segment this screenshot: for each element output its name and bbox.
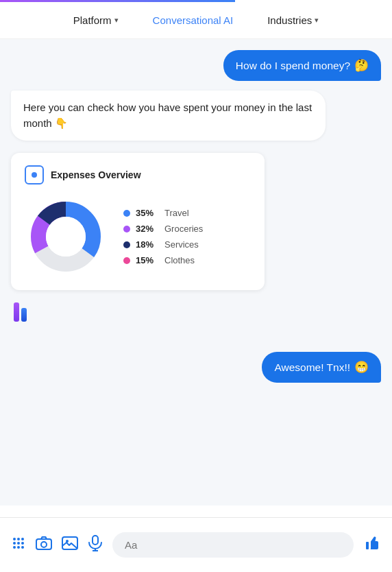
legend-pct-groceries: 32%: [136, 224, 159, 234]
image-icon[interactable]: [62, 536, 78, 555]
chat-area: How do I spend money? 🤔 Here you can che…: [0, 39, 392, 505]
camera-icon[interactable]: [36, 536, 52, 555]
chart-header: Expenses Overview: [25, 165, 251, 184]
nav-label-platform: Platform: [73, 14, 112, 26]
legend-travel: 35% Travel: [123, 208, 203, 218]
legend-label-clothes: Clothes: [164, 255, 195, 265]
legend-pct-services: 18%: [136, 239, 159, 250]
mic-icon[interactable]: [88, 535, 103, 556]
legend-pct-clothes: 15%: [136, 255, 159, 265]
svg-rect-22: [366, 542, 369, 549]
chart-body: 35% Travel 32% Groceries 18% Services 15…: [25, 195, 251, 278]
chart-legend: 35% Travel 32% Groceries 18% Services 15…: [123, 208, 203, 265]
svg-point-7: [17, 538, 20, 540]
chart-icon-dot: [32, 172, 37, 178]
brand-logo: [14, 302, 381, 322]
message-input[interactable]: [112, 532, 354, 558]
chart-icon-box: [25, 165, 44, 184]
legend-label-travel: Travel: [164, 208, 189, 218]
svg-point-14: [21, 546, 24, 549]
bot-message-1: Here you can check how you have spent yo…: [11, 91, 326, 141]
user-message-1-text: How do I spend money?: [236, 60, 350, 72]
chevron-down-icon: ▾: [114, 16, 119, 25]
legend-label-groceries: Groceries: [164, 224, 203, 234]
nav-item-industries[interactable]: Industries ▾: [267, 14, 319, 26]
brand-bar-left: [14, 302, 19, 322]
legend-clothes: 15% Clothes: [123, 255, 203, 265]
legend-groceries: 32% Groceries: [123, 224, 203, 234]
svg-point-5: [46, 217, 86, 257]
progress-bar: [0, 0, 235, 2]
legend-services: 18% Services: [123, 239, 203, 250]
nav-bar: Platform ▾ Conversational AI Industries …: [0, 2, 392, 39]
bot-message-1-text: Here you can check how you have spent yo…: [23, 102, 312, 129]
nav-label-industries: Industries: [267, 14, 312, 26]
chart-card: Expenses Overview: [11, 153, 265, 290]
thinking-emoji: 🤔: [354, 58, 369, 73]
user-message-1: How do I spend money? 🤔: [223, 50, 381, 81]
svg-point-10: [17, 542, 20, 545]
brand-bar-right: [21, 308, 27, 322]
chart-title: Expenses Overview: [51, 169, 141, 180]
chevron-down-icon-2: ▾: [315, 16, 319, 25]
legend-label-services: Services: [164, 239, 199, 250]
svg-point-6: [13, 538, 16, 540]
legend-dot-travel: [123, 210, 130, 217]
legend-dot-groceries: [123, 226, 130, 233]
svg-point-16: [41, 542, 47, 547]
svg-point-12: [13, 546, 16, 549]
legend-dot-services: [123, 241, 130, 248]
nav-item-platform[interactable]: Platform ▾: [73, 14, 119, 26]
thumbs-up-icon[interactable]: [363, 534, 381, 556]
user-message-2: Awesome! Tnx!! 😁: [262, 352, 381, 383]
nav-label-conversational-ai: Conversational AI: [153, 14, 234, 26]
legend-pct-travel: 35%: [136, 208, 159, 218]
svg-rect-19: [93, 536, 98, 545]
svg-point-8: [21, 538, 24, 540]
svg-point-11: [21, 542, 24, 545]
user-message-2-text: Awesome! Tnx!!: [274, 361, 350, 374]
legend-dot-clothes: [123, 257, 130, 264]
toolbar: [0, 517, 392, 572]
svg-point-13: [17, 546, 20, 549]
donut-chart: [25, 195, 107, 278]
svg-point-9: [13, 542, 16, 545]
grid-icon[interactable]: [11, 536, 26, 555]
grin-emoji: 😁: [354, 360, 369, 374]
nav-item-conversational-ai[interactable]: Conversational AI: [153, 14, 234, 26]
